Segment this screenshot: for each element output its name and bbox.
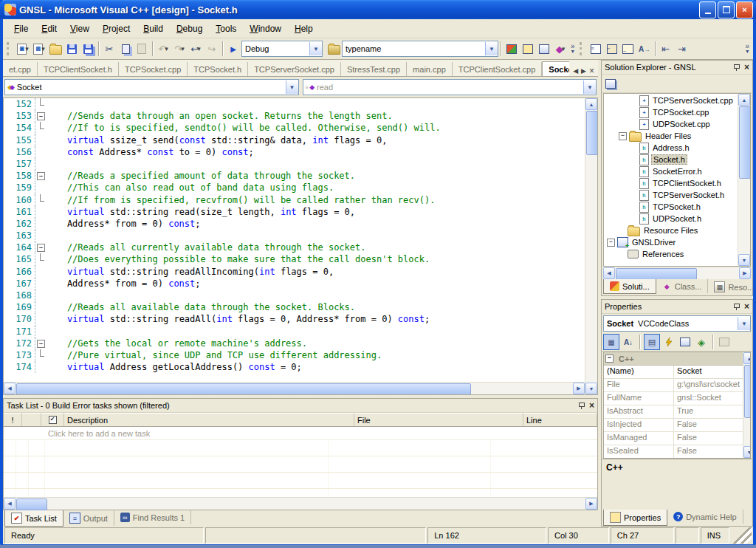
category-expander-icon[interactable]: − (605, 355, 614, 363)
code-line[interactable]: 153− //Sends data through an open socket… (4, 110, 585, 122)
code-line[interactable]: 152 (4, 98, 585, 110)
tab-output[interactable]: ≡ Output (63, 510, 114, 526)
document-tab-tcpclientsocket.h[interactable]: TCPClientSocket.h (38, 62, 119, 76)
scroll-down-button[interactable]: ▼ (743, 446, 751, 458)
code-line[interactable]: 154 //If to is specified, sendto() will … (4, 122, 585, 134)
properties-button[interactable] (603, 76, 618, 91)
alphabetical-button[interactable]: A↓ (621, 335, 636, 349)
fold-margin[interactable] (35, 361, 46, 373)
document-tab-tcpsocket.h[interactable]: TCPSocket.h (188, 62, 248, 76)
menu-item-tools[interactable]: Tools (209, 21, 243, 37)
fold-margin[interactable] (35, 218, 46, 230)
file-column-header[interactable]: File (354, 413, 523, 426)
code-line[interactable]: 156 const Address* const to = 0) const; (4, 146, 585, 158)
tree-item-tcpclientsocket-h[interactable]: hTCPClientSocket.h (604, 177, 738, 189)
fold-margin[interactable] (35, 182, 46, 193)
tab-class-view[interactable]: ◆ Class... (656, 279, 709, 293)
property-row-ismanaged[interactable]: IsManagedFalse (604, 432, 743, 445)
fold-collapse-icon[interactable]: − (37, 340, 45, 348)
cut-button[interactable]: ✂ (101, 41, 117, 57)
properties-window-button[interactable] (520, 41, 536, 57)
close-button[interactable]: × (736, 1, 753, 18)
close-document-button[interactable]: × (589, 66, 594, 76)
document-tab-tcpserversocket.cpp[interactable]: TCPServerSocket.cpp (248, 62, 341, 76)
code-line[interactable]: 174 virtual Address getLocalAddress() co… (4, 361, 585, 373)
property-row-isabstract[interactable]: IsAbstractTrue (604, 405, 743, 419)
tree-item-socketerror-h[interactable]: hSocketError.h (604, 165, 738, 177)
scrollbar-thumb[interactable] (586, 111, 598, 155)
add-item-button[interactable]: ▤▾ (31, 41, 47, 57)
tab-dynamic-help[interactable]: ? Dynamic Help (667, 510, 743, 524)
code-line[interactable]: 164− //Reads all currently available dat… (4, 242, 585, 253)
tree-horizontal-scrollbar[interactable]: ◀ ▶ (603, 267, 751, 279)
save-button[interactable] (63, 41, 80, 57)
find-symbol-combo[interactable]: typename ▼ (342, 41, 498, 57)
increase-indent-button[interactable]: ⇥ (674, 41, 690, 57)
new-project-button[interactable]: ▣▾ (15, 41, 31, 57)
task-list-horizontal-scrollbar[interactable]: ◀ ▶ (4, 497, 597, 510)
fold-margin[interactable] (35, 290, 46, 301)
open-file-button[interactable] (47, 41, 63, 57)
restore-button[interactable] (718, 1, 735, 18)
redo-button[interactable]: ↷▾ (171, 41, 188, 57)
toolbar-grip[interactable] (7, 42, 13, 55)
menu-item-window[interactable]: Window (243, 21, 288, 37)
code-line[interactable]: 157 (4, 158, 585, 170)
pin-icon[interactable] (733, 64, 740, 71)
copy-button[interactable] (117, 41, 134, 57)
property-list-button[interactable]: ▤ (644, 334, 660, 350)
tree-expander-icon[interactable]: − (619, 132, 627, 140)
paste-button[interactable] (134, 41, 150, 57)
tab-properties[interactable]: Properties (603, 510, 667, 526)
tab-resource-view[interactable]: ▦ Reso... (708, 279, 756, 295)
tree-vertical-scrollbar[interactable]: ▲ ▼ (738, 94, 750, 266)
fold-margin[interactable] (35, 301, 46, 313)
scrollbar-thumb[interactable] (739, 106, 751, 179)
line-column-header[interactable]: Line (523, 413, 597, 426)
fold-margin[interactable] (35, 230, 46, 242)
toolbar-overflow-button[interactable]: »▾ (568, 44, 577, 54)
decrease-indent-button[interactable]: ⇤ (658, 41, 674, 57)
toolbar-grip[interactable] (580, 42, 585, 55)
add-task-row[interactable]: Click here to add a new task (4, 427, 597, 440)
scroll-left-button[interactable]: ◀ (603, 267, 615, 279)
messages-button[interactable] (678, 335, 693, 349)
editor-horizontal-scrollbar[interactable]: ◀ ▶ (4, 382, 585, 394)
code-line[interactable]: 155 virtual ssize_t send(const std::stri… (4, 134, 585, 146)
fold-margin[interactable] (35, 146, 46, 158)
fold-margin[interactable] (35, 98, 46, 110)
display-word-button[interactable]: A→ (636, 41, 653, 57)
scrollbar-thumb[interactable] (616, 268, 697, 280)
scroll-left-button[interactable]: ◀ (4, 498, 16, 510)
scroll-down-button[interactable]: ▼ (585, 383, 597, 394)
code-editor[interactable]: 152153− //Sends data through an open soc… (3, 97, 598, 395)
menu-item-view[interactable]: View (63, 21, 96, 37)
code-line[interactable]: 160 //If from is specified, recvfrom() w… (4, 194, 585, 206)
property-pages-button[interactable] (717, 335, 732, 349)
navigate-forward-button[interactable]: ↪ (204, 41, 220, 57)
solution-explorer-button[interactable] (504, 41, 520, 57)
tree-item-udpsocket-h[interactable]: hUDPSocket.h (604, 213, 738, 225)
description-column-header[interactable]: Description (64, 413, 354, 426)
fold-margin[interactable] (35, 122, 46, 134)
tree-item-address-h[interactable]: hAddress.h (604, 142, 738, 154)
code-line[interactable]: 168 (4, 290, 585, 301)
document-tab-tcpsocket.cpp[interactable]: TCPSocket.cpp (119, 62, 188, 76)
code-line[interactable]: 163 (4, 230, 585, 242)
fold-margin[interactable] (35, 158, 46, 170)
code-line[interactable]: 169 //Reads all available data through t… (4, 301, 585, 313)
overrides-button[interactable]: ◈ (694, 335, 709, 349)
document-tab-stresstest.cpp[interactable]: StressTest.cpp (341, 62, 407, 76)
find-in-files-button[interactable] (326, 41, 342, 57)
start-button[interactable]: ▶ (225, 41, 241, 57)
fold-margin[interactable]: − (35, 110, 46, 122)
fold-margin[interactable] (35, 253, 46, 265)
code-line[interactable]: 167 Address* from = 0) const; (4, 278, 585, 290)
category-column-header[interactable] (22, 413, 41, 426)
scroll-down-button[interactable]: ▼ (738, 254, 750, 266)
tree-item-references[interactable]: References (604, 248, 738, 260)
quick-info-button[interactable]: _ (620, 41, 636, 57)
document-tab-socket.h[interactable]: Socket.h (542, 61, 569, 76)
tree-item-resource-files[interactable]: Resource Files (604, 225, 738, 236)
editor-vertical-scrollbar[interactable]: ▲ ▼ (585, 98, 597, 394)
